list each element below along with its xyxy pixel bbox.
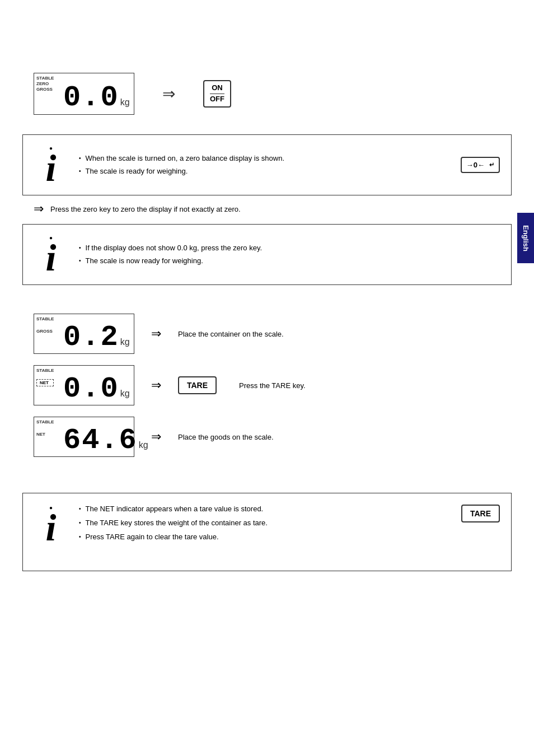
display-labels-t3: STABLE NET [36, 419, 54, 437]
label-zero: ZERO [36, 81, 54, 86]
info-text-2: • If the display does not show 0.0 kg, p… [79, 244, 500, 265]
display-tare-1: STABLE GROSS 0.2 kg [34, 314, 134, 354]
tare-btn-label-2: TARE [187, 381, 208, 390]
label-gross: GROSS [36, 87, 54, 92]
display-labels-t1: STABLE GROSS [36, 316, 54, 334]
middle-arrow-section: ⇒ Press the zero key to zero the display… [34, 202, 241, 216]
tare-desc-1: Place the container on the scale. [178, 330, 284, 338]
info-box-2: ● i • If the display does not show 0.0 k… [22, 224, 512, 285]
info2-text-line2: The scale is now ready for weighing. [86, 256, 203, 265]
display-tare-3: STABLE NET 64.6 kg [34, 417, 134, 457]
t2-label-net: NET [36, 379, 54, 386]
display-zero-gross: STABLE ZERO GROSS 0.0 kg [34, 73, 134, 115]
dot-text-2: • [79, 168, 81, 174]
dot-text-3: • [79, 245, 81, 251]
tare-desc-2: Press the TARE key. [239, 381, 306, 390]
label-stable: STABLE [36, 76, 54, 81]
dot-text-5: • [79, 506, 81, 512]
zero-arrow-back: ↵ [489, 161, 494, 169]
arrow-power: ⇒ [162, 85, 175, 103]
tare-arrow-2: ⇒ [151, 378, 161, 393]
t1-label-gross: GROSS [36, 329, 54, 334]
middle-arrow-text: Press the zero key to zero the display i… [50, 205, 241, 213]
tare-btn-label-3: TARE [470, 509, 491, 518]
info2-text-line1: If the display does not show 0.0 kg, pre… [86, 244, 263, 252]
dot-text-6: • [79, 520, 81, 526]
dot-text-7: • [79, 534, 81, 540]
t2-value: 0.0 [63, 372, 119, 405]
zero-arrow-left: →0← [466, 161, 485, 169]
middle-arrow: ⇒ [34, 202, 44, 216]
info-i-2: i [46, 242, 57, 274]
english-tab-label: English [522, 225, 530, 251]
info-text-line2: The scale is ready for weighing. [86, 167, 188, 175]
display-tare-2: STABLE NET 0.0 kg [34, 365, 134, 405]
display-value: 0.0 [63, 81, 119, 114]
info-icon-group-3: ● i [34, 505, 68, 544]
display-unit: kg [120, 97, 130, 108]
tare-arrow-3: ⇒ [151, 430, 161, 444]
t3-label-net: NET [36, 432, 54, 437]
info-i-1: i [46, 152, 57, 185]
dot-text-1: • [79, 155, 81, 161]
info-icon-group-1: ● i [34, 145, 68, 185]
t1-label-stable: STABLE [36, 316, 54, 321]
info3-text-line2: The TARE key stores the weight of the co… [86, 519, 268, 527]
info3-text-line1: The NET indicator appears when a tare va… [86, 505, 264, 513]
info-text-3: • The NET indicator appears when a tare … [79, 505, 450, 541]
tare-row-3: STABLE NET 64.6 kg ⇒ Place the goods on … [34, 417, 306, 457]
off-label: OFF [210, 95, 224, 104]
zero-button-group: →0← ↵ [461, 157, 500, 173]
info-icon-group-2: ● i [34, 235, 68, 274]
t3-unit: kg [139, 440, 148, 450]
tare-section: STABLE GROSS 0.2 kg ⇒ Place the containe… [34, 314, 306, 457]
t2-unit: kg [120, 389, 130, 399]
on-label: ON [210, 83, 224, 93]
info-box-3: ● i • The NET indicator appears when a t… [22, 493, 512, 571]
info-text-line1: When the scale is turned on, a zero bala… [86, 154, 285, 162]
tare-row-2: STABLE NET 0.0 kg ⇒ TARE Press the TARE … [34, 365, 306, 405]
info-i-3: i [46, 512, 57, 544]
info3-text-line3: Press TARE again to clear the tare value… [86, 533, 219, 541]
info-box-1: ● i • When the scale is turned on, a zer… [22, 134, 512, 195]
english-tab: English [517, 213, 534, 263]
power-on-section: STABLE ZERO GROSS 0.0 kg ⇒ ON OFF [34, 73, 231, 115]
on-off-button[interactable]: ON OFF [203, 80, 231, 108]
tare-desc-3: Place the goods on the scale. [178, 433, 274, 441]
t1-value: 0.2 [63, 321, 119, 354]
display-labels: STABLE ZERO GROSS [36, 76, 54, 92]
tare-button-3[interactable]: TARE [461, 505, 500, 522]
tare-arrow-1: ⇒ [151, 326, 161, 341]
tare-btn-col: TARE [461, 505, 500, 526]
dot-text-4: • [79, 258, 81, 264]
display-labels-t2: STABLE NET [36, 368, 54, 386]
t2-label-stable: STABLE [36, 368, 54, 373]
info-text-1: • When the scale is turned on, a zero ba… [79, 154, 444, 175]
tare-row-1: STABLE GROSS 0.2 kg ⇒ Place the containe… [34, 314, 306, 354]
tare-button-2[interactable]: TARE [178, 376, 217, 394]
t3-label-stable: STABLE [36, 419, 54, 424]
zero-button[interactable]: →0← ↵ [461, 157, 500, 173]
t3-value: 64.6 [63, 424, 138, 457]
t1-unit: kg [120, 337, 130, 347]
